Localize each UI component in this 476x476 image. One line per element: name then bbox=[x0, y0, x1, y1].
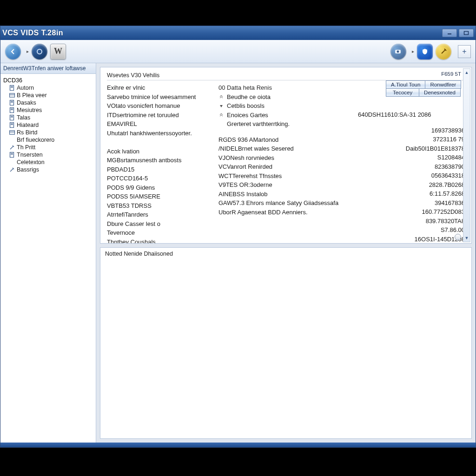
scroll-down-icon[interactable]: ▼ bbox=[463, 234, 470, 242]
svg-rect-8 bbox=[9, 93, 14, 97]
log-title: Notted Nenide Dhaiisoned bbox=[105, 251, 467, 257]
sidebar-item-1[interactable]: B Plea veer bbox=[2, 92, 94, 99]
btn-d[interactable]: Denesxnoted bbox=[419, 89, 461, 97]
chev-icon bbox=[218, 112, 224, 118]
panel-title: Wsevtes V30 Vehilis bbox=[107, 72, 465, 80]
sidebar-item-7[interactable]: Brf fiueckorero bbox=[2, 136, 94, 144]
svg-rect-19 bbox=[10, 123, 13, 128]
window-title: VCS VIDS T.28in bbox=[2, 29, 63, 37]
add-button[interactable]: + bbox=[458, 45, 471, 58]
left-row-3: ITDsertriomine ret toruuled bbox=[107, 111, 214, 120]
left-row-15: Dbure Casser lest o bbox=[107, 219, 214, 229]
left-row-7: Acok lvation bbox=[107, 147, 214, 156]
maximize-button[interactable] bbox=[459, 29, 474, 37]
left-row-12: PODSS 5IAMSERE bbox=[107, 192, 214, 201]
svg-rect-24 bbox=[10, 152, 13, 158]
log-panel: Notted Nenide Dhaiisoned bbox=[100, 247, 472, 439]
doc-icon bbox=[9, 85, 15, 91]
left-row-14: AtrrtefiTanrders bbox=[107, 210, 214, 219]
left-row-0: Exihre er vInic bbox=[107, 83, 214, 93]
nav-forward-icon[interactable] bbox=[32, 44, 47, 60]
right-value-0: 1693738936 bbox=[358, 126, 465, 135]
tool-icon bbox=[9, 167, 15, 173]
sidebar-item-4[interactable]: Talas bbox=[2, 114, 94, 121]
svg-rect-13 bbox=[10, 108, 13, 113]
left-row-8: MGBsrtamusnesth antbosts bbox=[107, 156, 214, 165]
tool-icon bbox=[9, 145, 15, 151]
right-value-6: 2828.7B0268 bbox=[358, 180, 465, 190]
right-value-1: 3723116 79 bbox=[358, 135, 465, 144]
sidebar-header: DenrentW3Tnfen aniwer loftawse bbox=[0, 63, 96, 74]
content-area: ▲ ▼ Wsevtes V30 Vehilis F659 5T A.Tioul … bbox=[96, 63, 476, 443]
right-value-2: Daib50I1B01E818378 bbox=[358, 144, 465, 153]
caret-icon bbox=[218, 103, 224, 109]
box-icon bbox=[9, 93, 15, 99]
sidebar-item-label: Rs Birtd bbox=[17, 129, 37, 136]
brand-w-icon[interactable]: W bbox=[50, 44, 66, 60]
doc-icon bbox=[9, 100, 15, 106]
app-window: VCS VIDS T.28in ▸ W ▸ + DenrentW3Tnfen a… bbox=[0, 26, 476, 448]
camera-icon[interactable] bbox=[390, 44, 406, 60]
sidebar-item-label: Brf fiueckorero bbox=[17, 137, 54, 143]
sidebar-item-label: Dasaks bbox=[17, 99, 36, 106]
sidebar-item-5[interactable]: Hiateard bbox=[2, 121, 94, 129]
tree-root[interactable]: DCD36 bbox=[2, 77, 94, 84]
sidebar-item-3[interactable]: Mesiutres bbox=[2, 106, 94, 114]
sidebar-item-label: Tnsersten bbox=[17, 152, 43, 158]
mid-lower-3: VCVanrort Renirded bbox=[218, 162, 353, 172]
btn-c[interactable]: Tecocey bbox=[386, 89, 419, 97]
info-pill: F659 5T bbox=[441, 71, 461, 77]
mid-item-1: Cetblis boosls bbox=[218, 101, 353, 111]
sidebar-item-label: B Plea veer bbox=[17, 92, 47, 99]
btn-b[interactable]: Ronwdfirer bbox=[425, 80, 461, 89]
toolbar: ▸ W ▸ + bbox=[0, 40, 476, 63]
mid-lower-4: WCTTererehst Tfnsstes bbox=[218, 172, 353, 181]
sidebar-item-2[interactable]: Dasaks bbox=[2, 99, 94, 106]
sidebar-item-0[interactable]: Autorn bbox=[2, 84, 94, 92]
svg-rect-10 bbox=[10, 100, 13, 106]
left-row-6 bbox=[107, 138, 214, 147]
svg-point-4 bbox=[397, 50, 399, 53]
right-value-11: S7.86.00 bbox=[358, 225, 465, 235]
mid-item-3: Grerteret varthterrtking. bbox=[218, 119, 353, 129]
left-row-2: VOtato vsonicfert homanue bbox=[107, 101, 214, 111]
right-value-4: 823638790 bbox=[358, 162, 465, 172]
left-row-10: POTCCD164-5 bbox=[107, 174, 214, 183]
svg-rect-5 bbox=[10, 86, 13, 91]
tool-yellow-icon[interactable] bbox=[436, 44, 451, 60]
sidebar-item-10[interactable]: Celetexton bbox=[2, 159, 94, 166]
mid-lower-2: VJONesh rorvniedes bbox=[218, 153, 353, 163]
svg-rect-16 bbox=[10, 115, 13, 120]
svg-rect-22 bbox=[9, 131, 14, 134]
mid-lower-7: GAW57.3 Ehrors mlance Satyy Giiadsessafa bbox=[218, 198, 353, 208]
none-icon bbox=[9, 159, 15, 165]
scrollbar[interactable]: ▲ ▼ bbox=[463, 68, 470, 242]
sidebar: DenrentW3Tnfen aniwer loftawse DCD36 Aut… bbox=[0, 63, 96, 443]
mid-lower-8: UborR Agaenseat BDD Aenniers. bbox=[218, 208, 353, 217]
mid-lower-6: AINEBSS Instalob bbox=[218, 190, 353, 199]
panel-option-button[interactable] bbox=[455, 234, 461, 240]
sidebar-item-11[interactable]: Bassrigs bbox=[2, 166, 94, 173]
toolbar-separator-2: ▸ bbox=[412, 49, 414, 54]
right-value-7: 6:11.57.8268 bbox=[358, 189, 465, 198]
scroll-up-icon[interactable]: ▲ bbox=[463, 69, 470, 76]
btn-a[interactable]: A.Tioul Toun bbox=[386, 80, 425, 89]
mid-lower-1: /NIDELBrnet wales Sesered bbox=[218, 144, 353, 153]
right-value-9: 160.77252D083 bbox=[358, 207, 465, 217]
none-icon bbox=[218, 121, 224, 127]
sidebar-item-8[interactable]: Th Pritt bbox=[2, 144, 94, 151]
svg-rect-1 bbox=[464, 32, 469, 35]
sidebar-item-6[interactable]: Rs Birtd bbox=[2, 129, 94, 136]
left-row-4: EMAVIREL bbox=[107, 119, 214, 129]
doc-icon bbox=[9, 107, 15, 113]
sidebar-item-label: Autorn bbox=[17, 85, 34, 91]
right-column: 640DSH11610:SA-31 2086 16937389363723116… bbox=[358, 83, 465, 244]
left-row-9: PBDAD15 bbox=[107, 165, 214, 174]
doc-icon bbox=[9, 115, 15, 121]
shield-icon[interactable] bbox=[417, 44, 433, 60]
mid-header: 00 Datta heta Renis bbox=[218, 83, 353, 93]
nav-back-icon[interactable] bbox=[5, 44, 21, 60]
status-bar bbox=[0, 443, 476, 447]
sidebar-item-9[interactable]: Tnsersten bbox=[2, 151, 94, 159]
minimize-button[interactable] bbox=[442, 29, 457, 37]
